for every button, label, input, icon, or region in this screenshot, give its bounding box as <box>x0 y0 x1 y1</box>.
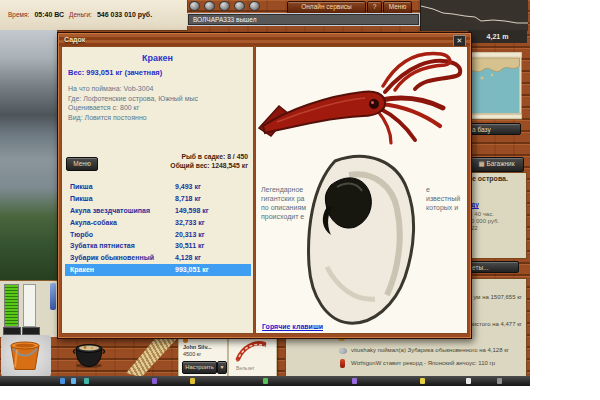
rod-knob-icon <box>219 1 230 11</box>
taskbar-icon[interactable] <box>190 378 195 384</box>
fish-row-selected[interactable]: Кракен993,051 кг <box>65 264 251 276</box>
game-window: Время: 05:40 ВС Деньги: 546 033 010 руб.… <box>0 0 530 386</box>
counter-display <box>3 327 21 335</box>
log-fragment: нистого на 4,477 кг <box>469 321 522 327</box>
to-base-button[interactable]: а базу <box>468 123 521 135</box>
cage-menu-button[interactable]: Меню <box>66 157 98 171</box>
counter-display <box>22 327 40 335</box>
location-title: е острова. <box>472 175 508 182</box>
fish-details: На что поймана: Vob-3004 Где: Лофотенски… <box>68 84 198 122</box>
taskbar-icon[interactable] <box>420 378 425 384</box>
detail-line: На что поймана: Vob-3004 <box>68 84 198 94</box>
fish-row[interactable]: Акула-собака32,733 кг <box>65 217 251 229</box>
taskbar-icon[interactable] <box>263 378 268 384</box>
time-label: Время: <box>8 11 29 18</box>
record-bottle-icon <box>340 359 345 368</box>
taskbar-icon[interactable] <box>60 378 65 384</box>
empty-bar <box>23 284 36 327</box>
fish-icon <box>339 348 347 354</box>
fish-name: Кракен <box>62 53 253 63</box>
knife-icon[interactable] <box>50 283 56 310</box>
trunk-label: Багажник <box>486 160 514 167</box>
trunk-button[interactable]: ▦ Багажник <box>469 157 524 172</box>
money-value: 546 033 010 руб. <box>97 11 152 18</box>
kraken-illustration <box>257 48 467 152</box>
os-taskbar <box>0 376 530 386</box>
taskbar-icon[interactable] <box>497 378 502 384</box>
taskbar-icon[interactable] <box>84 378 89 384</box>
scenery-photo <box>0 30 57 280</box>
fish-list: Пикша9,493 кг Пикша8,718 кг Акула звездч… <box>65 181 251 276</box>
info-line: 22 <box>471 225 478 231</box>
taskbar-icon[interactable] <box>71 378 76 384</box>
minimap[interactable] <box>468 52 522 120</box>
log-message: WizhigonW ставит рекорд - Японский анчоу… <box>351 360 495 366</box>
fish-weight: Вес: 993,051 кг (зачетная) <box>68 68 162 77</box>
dialog-title: Садок <box>59 34 470 46</box>
fish-row[interactable]: Зубарик обыкновенный4,128 кг <box>65 252 251 264</box>
pot-icon[interactable] <box>72 338 106 369</box>
fish-row[interactable]: Пикша8,718 кг <box>65 193 251 205</box>
fish-row[interactable]: Пикша9,493 кг <box>65 181 251 193</box>
rod-weight: 4500 кг <box>183 351 201 357</box>
filter-button[interactable]: ▼ <box>217 361 227 374</box>
cage-total-weight: Общий вес: 1248,545 кг <box>170 161 248 170</box>
rod-knob-icon <box>189 1 200 11</box>
configure-button[interactable]: Настроить <box>182 361 217 374</box>
fish-row[interactable]: Зубатка пятнистая30,511 кг <box>65 240 251 252</box>
location-link[interactable]: ду <box>471 201 479 208</box>
depth-reading: 4,21 m <box>468 30 527 43</box>
taskbar-icon[interactable] <box>152 378 157 384</box>
status-bar: Время: 05:40 ВС Деньги: 546 033 010 руб. <box>0 0 188 31</box>
lure-card[interactable]: Вельзет <box>228 334 277 380</box>
rod-name: John Silv... <box>183 344 212 350</box>
cage-right-panel: Легендарное гигантских ра по описаниям п… <box>255 46 468 334</box>
hotkeys-link[interactable]: Горячие клавиши <box>262 323 323 330</box>
energy-bar <box>4 284 19 327</box>
trunk-icon: ▦ <box>478 160 484 167</box>
fish-row[interactable]: Тюрбо20,313 кг <box>65 229 251 241</box>
taskbar-icon[interactable] <box>466 378 471 384</box>
bucket-icon[interactable] <box>5 337 45 374</box>
cage-dialog: Садок ✕ Кракен Вес: 993,051 кг (зачетная… <box>57 32 472 339</box>
info-line: 0 000 руб. <box>471 218 499 224</box>
log-fragment: ум на 1507,655 кг <box>473 294 522 300</box>
lure-caption: Вельзет <box>236 365 255 371</box>
taskbar-icon[interactable] <box>352 378 357 384</box>
fish-row[interactable]: Акула звездчатошипая149,598 кг <box>65 205 251 217</box>
rod-knob-icon <box>234 1 245 11</box>
detail-line: Вид: Ловится постоянно <box>68 113 198 123</box>
rod-knob-icon <box>204 1 215 11</box>
cage-count: Рыб в садке: 8 / 450 <box>170 152 248 161</box>
lure-icon <box>235 338 269 364</box>
kraken-beak-illustration <box>297 147 427 332</box>
tickets-button[interactable]: еты... <box>468 261 519 273</box>
rod-knob-icon <box>249 1 260 11</box>
sonar-graph <box>420 0 528 31</box>
cage-stats: Рыб в садке: 8 / 450 Общий вес: 1248,545… <box>170 152 248 170</box>
description-right: е известный которых и <box>426 185 460 212</box>
notification-bar: ВОЛЧАРА333 вышел <box>187 13 420 26</box>
location-info-panel: е острова. ду : 40 час. 0 000 руб. 22 <box>468 172 527 259</box>
time-value: 05:40 ВС <box>34 11 64 18</box>
detail-line: Оценивается с: 800 кг <box>68 103 198 113</box>
money-label: Деньги: <box>69 11 92 18</box>
detail-line: Где: Лофотенские острова, Южный мыс <box>68 94 198 104</box>
rod-card[interactable]: John Silv... 4500 кг Настроить ▼ <box>178 334 228 380</box>
info-line: : 40 час. <box>471 211 494 217</box>
cage-left-panel: Кракен Вес: 993,051 кг (зачетная) На что… <box>61 46 254 334</box>
log-message: vitushaky поймал(а) Зубарика обыкновенно… <box>351 347 509 353</box>
